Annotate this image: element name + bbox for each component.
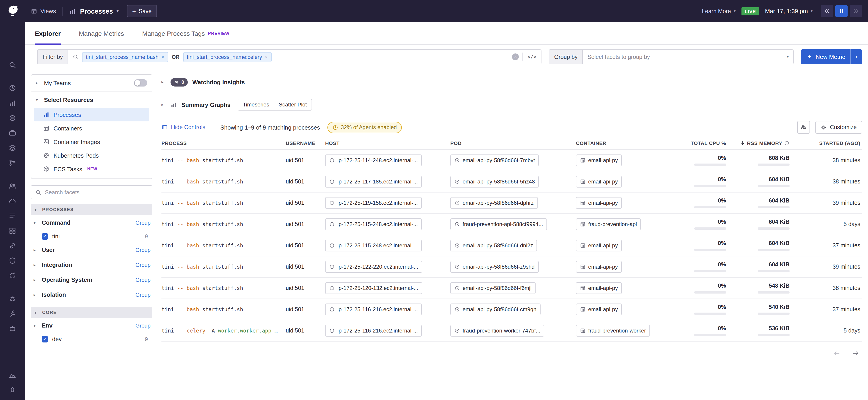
resource-item-containers[interactable]: Containers	[34, 122, 149, 135]
grid-icon[interactable]	[0, 227, 25, 235]
agents-enabled-chip[interactable]: 32% of Agents enabled	[327, 122, 402, 133]
resource-item-ecs-tasks[interactable]: ECS TasksNEW	[34, 162, 149, 176]
suitcase-icon[interactable]	[0, 129, 25, 137]
people-icon[interactable]	[0, 182, 25, 190]
group-link[interactable]: Group	[135, 276, 151, 283]
process-row[interactable]: tini -- bash startstuff.shuid:501ip-172-…	[161, 278, 862, 299]
host-pill[interactable]: ip-172-25-114-248.ec2.internal-...	[325, 155, 422, 166]
resource-item-processes[interactable]: Processes	[34, 108, 149, 122]
new-metric-button[interactable]: New Metric ▾	[801, 49, 862, 64]
resource-item-kubernetes-pods[interactable]: Kubernetes Pods	[34, 148, 149, 162]
process-row[interactable]: tini -- bash startstuff.shuid:501ip-172-…	[161, 299, 862, 320]
facet-env[interactable]: ▾EnvGroup	[31, 318, 152, 333]
my-teams-toggle[interactable]	[134, 79, 147, 87]
column-header-host[interactable]: HOST	[325, 140, 450, 146]
pod-pill[interactable]: email-api-py-58f86d66f-f6mjl	[450, 282, 535, 294]
facet-section-header-core[interactable]: ▾CORE	[31, 307, 152, 318]
filter-chip[interactable]: tini_start_process_name:bash×	[82, 52, 168, 62]
chevron-down-icon[interactable]: ▾	[850, 49, 862, 64]
tab-manage-process-tags[interactable]: Manage Process TagsPREVIEW	[142, 22, 229, 44]
facet-section-header-processes[interactable]: ▾PROCESSES	[31, 204, 152, 215]
column-header-rss[interactable]: RSS MEMORY	[733, 140, 796, 146]
cloud-icon[interactable]	[0, 197, 25, 205]
column-header-cpu[interactable]: TOTAL CPU %	[678, 140, 733, 146]
pod-pill[interactable]: email-api-py-58f86d66f-cm9qn	[450, 303, 540, 315]
live-badge[interactable]: LIVE	[742, 7, 759, 15]
list-icon[interactable]	[0, 212, 25, 220]
column-settings-button[interactable]	[797, 121, 810, 134]
facet-integration[interactable]: ▸IntegrationGroup	[31, 257, 152, 272]
pause-button[interactable]	[835, 5, 847, 17]
datadog-logo-icon[interactable]	[6, 4, 19, 18]
host-pill[interactable]: ip-172-25-115-248.ec2.internal-...	[325, 218, 422, 230]
pod-pill[interactable]: email-api-py-58f86d66f-5hz48	[450, 176, 539, 188]
group-link[interactable]: Group	[135, 247, 151, 253]
scatter-plot-button[interactable]: Scatter Plot	[274, 99, 312, 110]
column-header-pod[interactable]: POD	[450, 140, 576, 146]
target-icon[interactable]	[0, 114, 25, 122]
host-pill[interactable]: ip-172-25-119-158.ec2.internal-...	[325, 197, 422, 209]
facet-command[interactable]: ▾CommandGroup	[31, 215, 152, 230]
process-row[interactable]: tini -- celery -A worker.worker.app w...…	[161, 320, 862, 341]
filter-chip[interactable]: tini_start_process_name:celery×	[183, 52, 272, 62]
group-link[interactable]: Group	[135, 262, 151, 268]
container-pill[interactable]: email-api-py	[576, 197, 622, 209]
process-row[interactable]: tini -- bash startstuff.shuid:501ip-172-…	[161, 171, 862, 193]
pod-pill[interactable]: email-api-py-58f86d66f-dnl2z	[450, 240, 537, 252]
process-row[interactable]: tini -- bash startstuff.shuid:501ip-172-…	[161, 150, 862, 171]
host-pill[interactable]: ip-172-25-122-220.ec2.internal-...	[325, 261, 422, 273]
facet-user[interactable]: ▸UserGroup	[31, 242, 152, 257]
group-link[interactable]: Group	[135, 220, 151, 226]
process-row[interactable]: tini -- bash startstuff.shuid:501ip-172-…	[161, 193, 862, 214]
pod-pill[interactable]: fraud-prevention-api-588cf9994...	[450, 218, 547, 230]
runner-icon[interactable]	[0, 310, 25, 318]
container-pill[interactable]: email-api-py	[576, 155, 622, 166]
facet-isolation[interactable]: ▸IsolationGroup	[31, 287, 152, 302]
previous-page-button[interactable]	[833, 350, 840, 357]
hide-controls-link[interactable]: Hide Controls	[161, 124, 205, 130]
facet-value-dev[interactable]: ✓dev9	[31, 333, 152, 345]
container-pill[interactable]: email-api-py	[576, 282, 622, 294]
shield-icon[interactable]	[0, 257, 25, 265]
tab-explorer[interactable]: Explorer	[35, 22, 61, 44]
host-pill[interactable]: ip-172-25-115-248.ec2.internal-...	[325, 240, 422, 252]
customize-button[interactable]: Customize	[815, 121, 862, 134]
layers-icon[interactable]	[0, 144, 25, 152]
page-title-dropdown[interactable]: Processes ▾	[69, 7, 119, 15]
history-clock-icon[interactable]	[0, 84, 25, 92]
process-row[interactable]: tini -- bash startstuff.shuid:501ip-172-…	[161, 214, 862, 235]
facet-operating-system[interactable]: ▸Operating SystemGroup	[31, 272, 152, 287]
fast-forward-button[interactable]	[850, 5, 862, 17]
facet-search-input[interactable]	[45, 189, 148, 196]
my-teams-toggle-row[interactable]: ▸ My Teams	[31, 75, 152, 92]
host-pill[interactable]: ip-172-25-116-216.ec2.internal-...	[325, 325, 422, 337]
process-row[interactable]: tini -- bash startstuff.shuid:501ip-172-…	[161, 235, 862, 257]
refresh-icon[interactable]	[0, 272, 25, 280]
branch-icon[interactable]	[0, 159, 25, 167]
resource-item-container-images[interactable]: Container Images	[34, 135, 149, 148]
container-pill[interactable]: email-api-py	[576, 240, 622, 252]
select-resources-header[interactable]: ▾ Select Resources	[31, 92, 152, 108]
group-link[interactable]: Group	[135, 292, 151, 298]
container-pill[interactable]: fraud-prevention-worker	[576, 325, 650, 337]
clear-filter-icon[interactable]: ×	[512, 54, 519, 60]
facet-value-tini[interactable]: ✓tini9	[31, 230, 152, 242]
chevron-right-icon[interactable]: ▸	[161, 102, 166, 107]
link-icon[interactable]	[0, 242, 25, 250]
host-pill[interactable]: ip-172-25-120-132.ec2.internal-...	[325, 282, 422, 294]
column-header-started[interactable]: STARTED (AGO)	[796, 140, 862, 146]
mountain-icon[interactable]	[0, 371, 25, 379]
time-range-dropdown[interactable]: Mar 17, 1:39 pm ▾	[765, 8, 813, 14]
column-header-process[interactable]: PROCESS	[161, 140, 286, 146]
timeseries-button[interactable]: Timeseries	[238, 99, 274, 110]
column-header-container[interactable]: CONTAINER	[576, 140, 678, 146]
views-button[interactable]: Views	[31, 8, 56, 14]
filter-input[interactable]: tini_start_process_name:bash×ORtini_star…	[68, 49, 541, 64]
search-icon[interactable]	[0, 61, 25, 69]
remove-chip-icon[interactable]: ×	[161, 54, 164, 60]
group-by-select[interactable]: Select facets to group by ▾	[583, 49, 794, 64]
process-row[interactable]: tini -- bash startstuff.shuid:501ip-172-…	[161, 257, 862, 278]
container-pill[interactable]: email-api-py	[576, 303, 622, 315]
save-button[interactable]: + Save	[127, 5, 157, 17]
group-link[interactable]: Group	[135, 322, 151, 329]
